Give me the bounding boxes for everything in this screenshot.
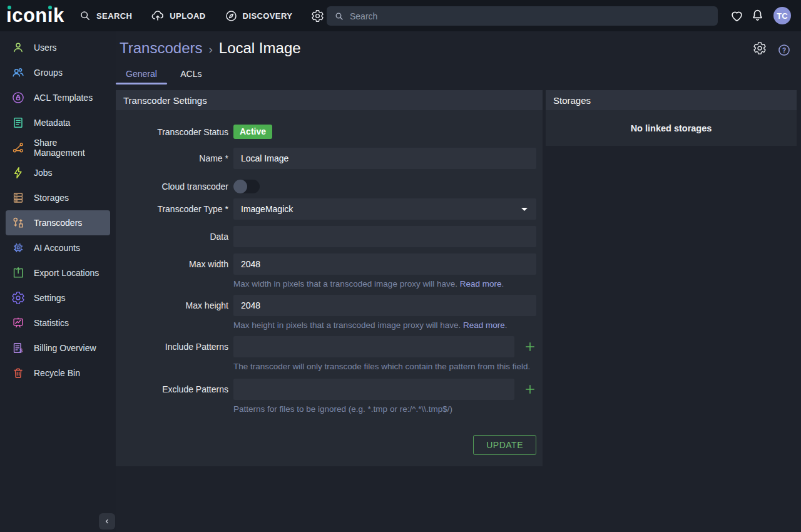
read-more-link[interactable]: Read more bbox=[460, 279, 502, 289]
chart-easel-icon bbox=[11, 316, 25, 330]
lightning-icon bbox=[11, 166, 25, 180]
page-settings-gear-icon[interactable] bbox=[753, 41, 767, 55]
field-label: Name * bbox=[116, 148, 233, 169]
sidebar-item-billing-overview[interactable]: $ Billing Overview bbox=[6, 335, 110, 361]
gear-icon bbox=[11, 291, 25, 305]
add-exclude-pattern-button[interactable] bbox=[524, 383, 536, 396]
sidebar-item-label: Share Management bbox=[34, 138, 110, 158]
nav-discovery[interactable]: DISCOVERY bbox=[225, 9, 293, 23]
sidebar-item-label: Users bbox=[34, 43, 57, 53]
sidebar-item-acl-templates[interactable]: ACL Templates bbox=[6, 85, 110, 110]
sidebar-item-label: ACL Templates bbox=[34, 93, 93, 103]
lock-circle-icon bbox=[11, 91, 25, 105]
data-field[interactable] bbox=[233, 226, 536, 247]
add-include-pattern-button[interactable] bbox=[524, 340, 536, 353]
sidebar-item-transcoders[interactable]: Transcoders bbox=[6, 210, 110, 235]
svg-text:?: ? bbox=[782, 47, 786, 54]
sidebar-item-label: Statistics bbox=[34, 318, 69, 328]
sidebar-item-export-locations[interactable]: Export Locations bbox=[6, 260, 110, 285]
field-label: Transcoder Type * bbox=[116, 198, 233, 220]
nav-discovery-label: DISCOVERY bbox=[243, 11, 293, 21]
max-height-field[interactable] bbox=[233, 295, 536, 316]
document-lines-icon bbox=[11, 116, 25, 130]
breadcrumb-parent-link[interactable]: Transcoders bbox=[120, 39, 203, 57]
field-label: Max height bbox=[116, 295, 233, 316]
nav-search[interactable]: SEARCH bbox=[79, 9, 132, 22]
page-header-actions: ? bbox=[753, 39, 791, 57]
brand-logo[interactable]: ıconık bbox=[6, 4, 64, 28]
transcoder-settings-panel: Transcoder Settings Transcoder Status Ac… bbox=[116, 90, 543, 466]
sidebar-item-users[interactable]: Users bbox=[6, 35, 110, 60]
favorites-heart-icon[interactable] bbox=[730, 9, 744, 23]
svg-text:$: $ bbox=[19, 347, 23, 354]
tab-acls[interactable]: ACLs bbox=[167, 65, 215, 84]
export-box-icon bbox=[11, 266, 25, 280]
help-suffix: . bbox=[501, 279, 504, 289]
field-help: Max height in pixels that a transcoded i… bbox=[233, 320, 536, 330]
field-label: Data bbox=[116, 226, 233, 247]
global-search bbox=[327, 6, 718, 26]
trash-icon bbox=[11, 366, 25, 380]
transcode-swap-icon bbox=[11, 216, 25, 230]
field-row-max-height: Max height Max height in pixels that a t… bbox=[116, 295, 543, 330]
sidebar-item-metadata[interactable]: Metadata bbox=[6, 110, 110, 135]
compass-icon bbox=[225, 9, 238, 23]
sidebar-item-label: Storages bbox=[34, 193, 69, 203]
field-label: Cloud transcoder bbox=[116, 182, 233, 192]
field-row-status: Transcoder Status Active bbox=[116, 125, 543, 139]
nav-upload-label: UPLOAD bbox=[170, 11, 205, 21]
notifications-bell-icon[interactable] bbox=[750, 8, 765, 23]
field-row-max-width: Max width Max width in pixels that a tra… bbox=[116, 253, 543, 289]
search-input[interactable] bbox=[350, 11, 710, 21]
status-badge: Active bbox=[233, 125, 272, 139]
sidebar-collapse-button[interactable] bbox=[99, 513, 115, 529]
field-label: Transcoder Status bbox=[116, 127, 233, 137]
storages-panel: Storages No linked storages bbox=[546, 90, 797, 146]
primary-nav: SEARCH UPLOAD DISCOVERY ADMIN bbox=[79, 0, 357, 31]
toggle-knob bbox=[233, 180, 247, 193]
update-button[interactable]: UPDATE bbox=[473, 435, 536, 455]
sidebar-item-label: Export Locations bbox=[34, 268, 99, 278]
name-field[interactable] bbox=[233, 148, 536, 169]
cloud-upload-icon bbox=[151, 9, 165, 23]
field-help: The transcoder will only transcode files… bbox=[233, 362, 536, 371]
nav-upload[interactable]: UPLOAD bbox=[151, 9, 205, 23]
admin-sidebar: Users Groups ACL Templates Metadata Shar… bbox=[0, 31, 116, 532]
sidebar-item-settings[interactable]: Settings bbox=[6, 285, 110, 310]
sidebar-item-storages[interactable]: Storages bbox=[6, 185, 110, 210]
user-avatar[interactable]: TC bbox=[773, 7, 791, 24]
billing-invoice-icon: $ bbox=[11, 341, 25, 355]
include-patterns-field[interactable] bbox=[233, 336, 514, 357]
breadcrumb: Transcoders › Local Image bbox=[116, 31, 801, 57]
main-content: Transcoders › Local Image ? General ACLs… bbox=[116, 31, 801, 532]
sidebar-item-label: Recycle Bin bbox=[34, 368, 80, 378]
gear-icon bbox=[311, 9, 324, 23]
tab-general[interactable]: General bbox=[116, 65, 167, 84]
topbar: ıconık SEARCH UPLOAD DISCOVERY ADMIN bbox=[0, 0, 801, 31]
server-stack-icon bbox=[11, 191, 25, 205]
sidebar-item-label: AI Accounts bbox=[34, 243, 80, 253]
field-label: Max width bbox=[116, 253, 233, 275]
field-help: Patterns for files to be ignored (e.g. *… bbox=[233, 404, 536, 414]
sidebar-item-ai-accounts[interactable]: AI Accounts bbox=[6, 235, 110, 260]
max-width-field[interactable] bbox=[233, 253, 536, 275]
panel-title: Storages bbox=[546, 90, 797, 110]
help-icon[interactable]: ? bbox=[777, 43, 791, 57]
cloud-transcoder-toggle[interactable] bbox=[233, 180, 260, 193]
transcoder-type-select[interactable]: ImageMagick bbox=[233, 198, 536, 220]
help-text: Max height in pixels that a transcoded i… bbox=[233, 320, 463, 330]
sidebar-item-recycle-bin[interactable]: Recycle Bin bbox=[6, 361, 110, 386]
sidebar-item-label: Transcoders bbox=[34, 218, 82, 228]
exclude-patterns-field[interactable] bbox=[233, 379, 514, 400]
sidebar-item-share-management[interactable]: Share Management bbox=[6, 135, 110, 160]
field-row-cloud-transcoder: Cloud transcoder bbox=[116, 180, 543, 193]
sidebar-item-label: Settings bbox=[34, 293, 66, 303]
read-more-link[interactable]: Read more bbox=[463, 320, 505, 330]
sidebar-item-statistics[interactable]: Statistics bbox=[6, 310, 110, 335]
field-row-name: Name * bbox=[116, 148, 543, 169]
users-group-icon bbox=[11, 66, 25, 79]
sidebar-item-groups[interactable]: Groups bbox=[6, 60, 110, 85]
breadcrumb-separator-icon: › bbox=[209, 43, 213, 56]
sidebar-item-jobs[interactable]: Jobs bbox=[6, 160, 110, 185]
sidebar-item-label: Groups bbox=[34, 68, 63, 78]
